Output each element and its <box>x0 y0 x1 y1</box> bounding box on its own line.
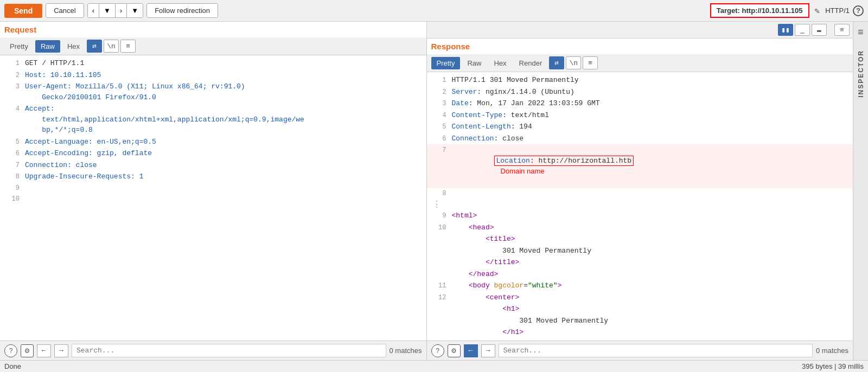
response-line-1: 1 HTTP/1.1 301 Moved Permanently <box>427 74 853 86</box>
request-tab-pretty[interactable]: Pretty <box>4 40 34 53</box>
response-gear-button[interactable]: ⚙ <box>448 344 461 357</box>
view-menu-icon[interactable]: ≡ <box>834 24 850 36</box>
response-transfer-icon[interactable]: ⇄ <box>549 56 564 69</box>
request-arrow-back[interactable]: ← <box>37 344 51 357</box>
right-sidebar: ≡ INSPECTOR <box>853 22 868 360</box>
request-line-2: 2 Host: 10.10.11.105 <box>0 69 426 81</box>
request-line-1: 1 GET / HTTP/1.1 <box>0 57 426 69</box>
main-content: Request Pretty Raw Hex ⇄ \n ≡ 1 GET / HT… <box>0 22 868 360</box>
response-help-button[interactable]: ? <box>431 344 444 357</box>
request-panel: Request Pretty Raw Hex ⇄ \n ≡ 1 GET / HT… <box>0 22 427 360</box>
request-transfer-icon[interactable]: ⇄ <box>87 40 102 53</box>
request-line-9: 9 <box>0 183 426 194</box>
response-line-12c: 301 Moved Permanently <box>427 315 853 327</box>
response-tab-raw[interactable]: Raw <box>462 57 487 69</box>
response-line-10d: </title> <box>427 256 853 268</box>
request-tab-hex[interactable]: Hex <box>62 40 85 53</box>
response-line-6: 6 Connection: close <box>427 133 853 145</box>
status-bar: Done 395 bytes | 39 millis <box>0 360 868 372</box>
request-line-10: 10 <box>0 194 426 204</box>
response-code-area: 1 HTTP/1.1 301 Moved Permanently 2 Serve… <box>427 72 853 341</box>
response-menu-icon[interactable]: ≡ <box>583 56 598 69</box>
target-box: Target: http://10.10.11.105 <box>710 3 809 18</box>
response-line-10c: 301 Moved Permanently <box>427 245 853 257</box>
request-line-7: 7 Connection: close <box>0 159 426 171</box>
view-single-button[interactable]: ▬ <box>812 24 827 36</box>
response-arrow-forward[interactable]: → <box>481 344 495 357</box>
http-version-label: HTTP/1 <box>825 7 850 15</box>
cancel-button[interactable]: Cancel <box>46 3 84 18</box>
response-line-10b: <title> <box>427 233 853 245</box>
request-section-title: Request <box>0 22 426 37</box>
edit-icon[interactable]: ✎ <box>815 5 820 16</box>
request-gear-button[interactable]: ⚙ <box>21 344 34 357</box>
nav-back-dropdown[interactable]: ▼ <box>99 4 116 17</box>
sidebar-label: INSPECTOR <box>857 50 865 98</box>
request-line-5: 5 Accept-Language: en-US,en;q=0.5 <box>0 136 426 148</box>
response-line-4: 4 Content-Type: text/html <box>427 110 853 121</box>
response-tab-pretty[interactable]: Pretty <box>431 57 461 69</box>
request-line-3: 3 User-Agent: Mozilla/5.0 (X11; Linux x8… <box>0 81 426 103</box>
response-line-3: 3 Date: Mon, 17 Jan 2022 13:03:59 GMT <box>427 98 853 110</box>
toolbar: Send Cancel ‹ ▼ › ▼ Follow redirection T… <box>0 0 868 22</box>
request-menu-icon[interactable]: ≡ <box>120 40 136 53</box>
help-icon[interactable]: ? <box>853 5 864 16</box>
request-tab-raw[interactable]: Raw <box>35 40 60 53</box>
nav-back-button[interactable]: ‹ <box>88 4 99 17</box>
response-line-8: 8 <box>427 188 853 199</box>
request-help-button[interactable]: ? <box>4 344 17 357</box>
request-bottom-bar: ? ⚙ ← → 0 matches <box>0 341 426 360</box>
response-line-5: 5 Content-Length: 194 <box>427 121 853 133</box>
request-matches-label: 0 matches <box>390 347 422 355</box>
response-panel: ▮▮ ⎯ ▬ ≡ Response Pretty Raw Hex Render … <box>427 22 853 360</box>
response-line-10e: </head> <box>427 268 853 280</box>
response-line-12d: </h1> <box>427 326 853 338</box>
response-section-title: Response <box>427 39 853 54</box>
status-right: 395 bytes | 39 millis <box>802 362 864 370</box>
view-horizontal-button[interactable]: ⎯ <box>795 24 810 36</box>
response-line-7: 7 Location: http://horizontall.htb Domai… <box>427 144 853 188</box>
request-format-bar: Pretty Raw Hex ⇄ \n ≡ <box>0 37 426 55</box>
response-line-9: 9 <html> <box>427 210 853 222</box>
response-bottom-bar: ? ⚙ ← → 0 matches <box>427 341 853 360</box>
request-line-8: 8 Upgrade-Insecure-Requests: 1 <box>0 171 426 183</box>
response-search-input[interactable] <box>499 344 813 357</box>
response-line-10: 10 <head> <box>427 222 853 234</box>
sidebar-menu-icon[interactable]: ≡ <box>858 24 864 41</box>
response-line-11: 11 <body bgcolor="white"> <box>427 280 853 292</box>
response-line-2: 2 Server: nginx/1.14.0 (Ubuntu) <box>427 86 853 98</box>
request-line-4: 4 Accept: text/html,application/xhtml+xm… <box>0 103 426 136</box>
response-arrow-back[interactable]: ← <box>464 344 478 357</box>
request-code-area: 1 GET / HTTP/1.1 2 Host: 10.10.11.105 3 … <box>0 55 426 341</box>
nav-forward-dropdown[interactable]: ▼ <box>127 4 143 17</box>
follow-redirect-button[interactable]: Follow redirection <box>146 3 218 18</box>
view-split-button[interactable]: ▮▮ <box>778 24 793 36</box>
response-tab-hex[interactable]: Hex <box>488 57 512 69</box>
target-label: Target: http://10.10.11.105 <box>717 7 803 15</box>
request-search-input[interactable] <box>72 344 386 357</box>
nav-forward-button[interactable]: › <box>116 4 127 17</box>
response-newline-icon[interactable]: \n <box>566 56 581 69</box>
view-toggle-row: ▮▮ ⎯ ▬ ≡ <box>427 22 853 39</box>
nav-group: ‹ ▼ › ▼ <box>87 3 143 18</box>
response-format-bar: Pretty Raw Hex Render ⇄ \n ≡ <box>427 54 853 72</box>
response-line-12: 12 <center> <box>427 292 853 304</box>
request-line-6: 6 Accept-Encoding: gzip, deflate <box>0 147 426 159</box>
request-arrow-forward[interactable]: → <box>54 344 68 357</box>
response-matches-label: 0 matches <box>816 347 848 355</box>
response-line-12b: <h1> <box>427 303 853 315</box>
request-newline-icon[interactable]: \n <box>104 40 119 53</box>
response-tab-render[interactable]: Render <box>514 57 548 69</box>
status-left: Done <box>4 362 21 370</box>
send-button[interactable]: Send <box>4 4 42 18</box>
